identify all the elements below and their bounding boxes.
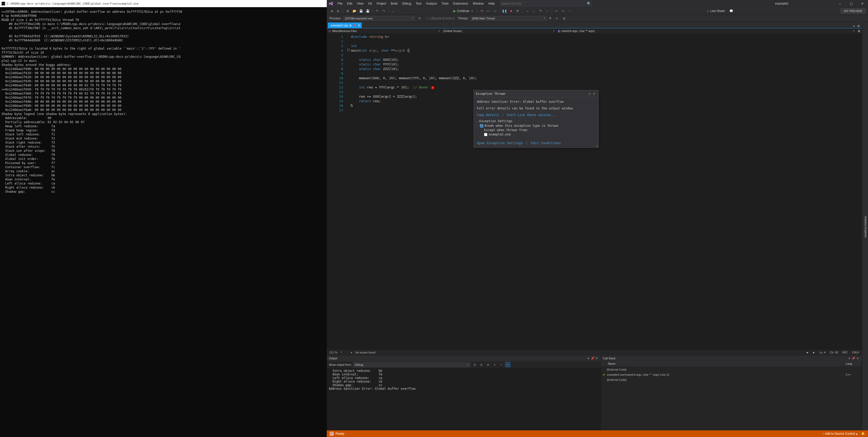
- menu-help[interactable]: Help: [486, 1, 497, 6]
- clear-icon[interactable]: ≣: [472, 362, 477, 367]
- fold-icon[interactable]: −: [347, 49, 349, 51]
- menu-file[interactable]: File: [336, 1, 344, 6]
- menu-tools[interactable]: Tools: [439, 1, 451, 6]
- new-project-icon[interactable]: ⊞: [345, 8, 350, 14]
- menu-project[interactable]: Project: [374, 1, 388, 6]
- nav-fwd-icon[interactable]: ►: [336, 8, 341, 14]
- menu-window[interactable]: Window: [471, 1, 486, 6]
- window-pos-icon[interactable]: ▾: [586, 357, 590, 360]
- search-input[interactable]: [501, 2, 587, 5]
- flag-icon[interactable]: ⚑: [549, 17, 552, 20]
- pin-icon[interactable]: 📌: [353, 24, 356, 27]
- code-editor[interactable]: 1234567891011121314151617 − ⇄ #include <…: [327, 34, 862, 349]
- pause-icon[interactable]: ❚❚: [502, 8, 507, 14]
- error-glyph-icon[interactable]: ✕: [431, 86, 435, 89]
- solution-explorer-tab[interactable]: Solution Explorer: [863, 214, 868, 240]
- pin-icon[interactable]: 📌: [590, 357, 595, 360]
- tab-dropdown-icon[interactable]: ▾: [852, 24, 856, 28]
- callstack-rows[interactable]: [External Code] ➜example2.exe!main(int a…: [601, 367, 862, 430]
- nav-back-icon[interactable]: ◄: [329, 8, 335, 14]
- screenshot-icon[interactable]: ▭: [486, 8, 491, 14]
- stop-icon[interactable]: ■: [508, 8, 514, 14]
- except-item-checkbox[interactable]: example2.exe: [484, 133, 595, 136]
- resize-grip-icon[interactable]: ◢: [596, 144, 598, 147]
- tab-example2[interactable]: example2.cpp ⊕ 📌 ✕: [328, 23, 362, 28]
- close-icon[interactable]: ✕: [595, 357, 599, 360]
- back-frame-icon[interactable]: ↩: [554, 8, 559, 14]
- step-over-icon[interactable]: ↷: [538, 8, 543, 14]
- redo-icon[interactable]: ↷: [381, 8, 386, 14]
- exception-settings-header[interactable]: Exception Settings: [477, 119, 595, 123]
- copy-details-link[interactable]: Copy Details: [477, 113, 499, 117]
- stackframe-icon[interactable]: ≡: [554, 16, 559, 21]
- int-preview-badge[interactable]: INT PREVIEW: [841, 8, 865, 13]
- zoom-level[interactable]: 111 %: [329, 351, 337, 354]
- output-from-combo[interactable]: Debug ▼: [353, 362, 470, 367]
- screenshot2-icon[interactable]: ▭: [492, 8, 498, 14]
- nav-scope-combo[interactable]: (Global Scope) ▼: [442, 28, 557, 33]
- close-button[interactable]: ✕: [857, 0, 868, 7]
- fwd-frame-icon[interactable]: ↪: [560, 8, 566, 14]
- step-out-icon[interactable]: ↑: [544, 8, 550, 14]
- minimize-button[interactable]: ─: [834, 0, 845, 7]
- close-icon[interactable]: ✕: [592, 92, 596, 95]
- menu-edit[interactable]: Edit: [345, 1, 354, 6]
- show-next-icon[interactable]: →: [524, 8, 530, 14]
- menu-debug[interactable]: Debug: [400, 1, 413, 6]
- find-prev-icon[interactable]: ≣: [479, 362, 484, 367]
- thread-combo[interactable]: [888] Main Thread ▼: [470, 16, 547, 21]
- nav-next-icon[interactable]: ►: [813, 351, 815, 354]
- menu-extensions[interactable]: Extensions: [451, 1, 470, 6]
- save-all-icon[interactable]: 💾: [365, 8, 370, 14]
- wordwrap-icon[interactable]: ↩: [505, 362, 510, 367]
- tab-new-icon[interactable]: ✚: [857, 24, 861, 28]
- step-into-icon[interactable]: ↓: [531, 8, 537, 14]
- continue-button[interactable]: ▶ Continue ▼: [452, 9, 475, 13]
- open-file-icon[interactable]: 📂: [351, 8, 357, 14]
- find-next-icon[interactable]: ≣: [485, 362, 490, 367]
- open-exception-settings-link[interactable]: Open Exception Settings: [477, 141, 523, 145]
- scroll-right-icon[interactable]: ▸: [863, 433, 868, 437]
- col-lang[interactable]: Lang: [844, 361, 862, 367]
- close-icon[interactable]: ✕: [358, 24, 360, 27]
- code-area[interactable]: ⇄ #include <string.h> int main(int argc,…: [351, 34, 862, 349]
- clear2-icon[interactable]: ✕: [492, 362, 497, 367]
- process-combo[interactable]: [29708] example2.exe ▼: [343, 16, 415, 21]
- window-pos-icon[interactable]: ▾: [847, 357, 851, 360]
- indent-mode[interactable]: SPC: [842, 351, 848, 354]
- menu-build[interactable]: Build: [389, 1, 400, 6]
- chevron-down-icon[interactable]: ▼: [340, 351, 342, 353]
- menu-test[interactable]: Test: [414, 1, 424, 6]
- liveshare-button[interactable]: ⇪ Live Share: [706, 9, 725, 13]
- menu-view[interactable]: View: [355, 1, 366, 6]
- solution-config-icon[interactable]: ⌄: [390, 8, 396, 14]
- maximize-button[interactable]: ▢: [845, 0, 857, 7]
- split-icon[interactable]: ⊞: [856, 28, 862, 33]
- edit-conditions-link[interactable]: Edit Conditions: [531, 141, 561, 145]
- console-titlebar[interactable]: C:\ C:\MSDN\cpp-docs-pr\docs\c-language\…: [0, 0, 327, 7]
- close-icon[interactable]: ✕: [856, 357, 860, 360]
- search-box[interactable]: 🔍: [500, 1, 592, 6]
- cycle-icon[interactable]: ⟳: [417, 16, 423, 21]
- menu-analyze[interactable]: Analyze: [424, 1, 439, 6]
- output-body[interactable]: Intra object redzone: bb ASan internal: …: [327, 368, 601, 430]
- add-source-control-button[interactable]: ↑ Add to Source Control ▴: [822, 432, 858, 435]
- pin-icon[interactable]: ⤢: [587, 92, 592, 95]
- start-liveshare-link[interactable]: Start Live Share session...: [506, 113, 556, 117]
- menu-git[interactable]: Git: [366, 1, 374, 6]
- nav-project-combo[interactable]: ++ Miscellaneous Files ▼: [327, 28, 442, 33]
- nav-member-combo[interactable]: ◧ main(int argc, char ** argv) ▼: [557, 28, 856, 33]
- feedback-icon[interactable]: 💬: [728, 8, 734, 14]
- restart-icon[interactable]: ⟳: [515, 8, 521, 14]
- stackframe2-icon[interactable]: ≣: [561, 16, 567, 21]
- col-name[interactable]: Name: [606, 361, 844, 367]
- line-ending[interactable]: CRLF: [852, 351, 859, 354]
- chevron-down-icon[interactable]: ▼: [471, 10, 473, 12]
- nav-prev-icon[interactable]: ◄: [806, 351, 808, 354]
- more-icon[interactable]: ⋯: [567, 8, 572, 14]
- toggle-icon[interactable]: ≡: [499, 362, 504, 367]
- pin-icon[interactable]: 📌: [851, 357, 856, 360]
- hot-reload-icon[interactable]: ⟲: [479, 8, 485, 14]
- undo-icon[interactable]: ↶: [374, 8, 380, 14]
- lifecycle-events[interactable]: ▭ Lifecycle Events ▾: [426, 17, 454, 20]
